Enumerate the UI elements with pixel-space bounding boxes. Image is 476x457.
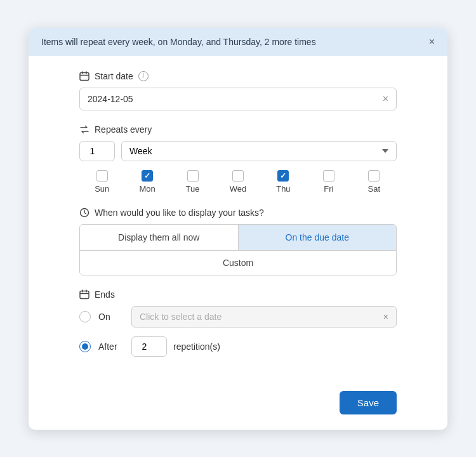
ends-after-radio[interactable] (79, 341, 91, 352)
day-sun: Sun (79, 170, 124, 194)
day-fri: Fri (306, 170, 351, 194)
day-thu-label: Thu (276, 184, 290, 194)
day-tue: Tue (170, 170, 215, 194)
svg-rect-0 (80, 72, 89, 80)
day-mon-checkbox[interactable] (142, 170, 153, 182)
info-icon: i (138, 71, 149, 81)
modal-footer: Save (29, 388, 447, 430)
repeat-controls: Week Day Month Year (79, 141, 397, 161)
ends-on-label: On (98, 312, 124, 322)
start-date-section: Start date i 2024-12-05 × (79, 71, 397, 110)
svg-rect-2 (80, 291, 89, 298)
period-select[interactable]: Week Day Month Year (121, 141, 397, 161)
ends-on-date-select[interactable]: Click to select a date × (131, 306, 397, 328)
days-row: Sun Mon Tue Wed Thu (79, 170, 397, 194)
start-date-label: Start date (95, 71, 133, 81)
repeat-icon (79, 124, 89, 135)
repeats-section: Repeats every Week Day Month Year Sun (79, 124, 397, 194)
repeats-label: Repeats every (95, 124, 152, 135)
start-date-label-row: Start date i (79, 71, 397, 81)
day-wed-checkbox[interactable] (232, 170, 244, 182)
clock-icon (79, 208, 89, 218)
banner-close-button[interactable]: × (429, 37, 435, 47)
ends-after-option: After repetition(s) (79, 336, 397, 357)
ends-section: Ends On Click to select a date × After (79, 289, 397, 357)
day-thu: Thu (261, 170, 306, 194)
display-section: When would you like to display your task… (79, 208, 397, 275)
start-date-input-row: 2024-12-05 × (79, 88, 397, 110)
day-wed: Wed (215, 170, 260, 194)
day-fri-label: Fri (324, 184, 333, 194)
start-date-value: 2024-12-05 (88, 94, 383, 104)
day-tue-checkbox[interactable] (187, 170, 199, 182)
banner-text: Items will repeat every week, on Monday,… (41, 37, 316, 47)
day-sun-label: Sun (95, 184, 109, 194)
ends-on-radio[interactable] (79, 311, 91, 322)
display-top-row: Display them all now On the due date (80, 225, 396, 250)
day-sun-checkbox[interactable] (96, 170, 108, 182)
display-custom-button[interactable]: Custom (80, 250, 396, 275)
display-options: Display them all now On the due date Cus… (79, 224, 397, 275)
display-question: When would you like to display your task… (95, 208, 264, 218)
day-sat: Sat (352, 170, 397, 194)
calendar-icon (79, 71, 89, 81)
day-wed-label: Wed (230, 184, 247, 194)
day-mon-label: Mon (139, 184, 155, 194)
ends-options: On Click to select a date × After repeti… (79, 306, 397, 357)
ends-on-option: On Click to select a date × (79, 306, 397, 328)
day-fri-checkbox[interactable] (323, 170, 334, 182)
display-question-row: When would you like to display your task… (79, 208, 397, 218)
after-row: repetition(s) (131, 336, 220, 357)
display-now-button[interactable]: Display them all now (80, 225, 239, 250)
modal-container: Items will repeat every week, on Monday,… (29, 28, 447, 430)
repeat-number-input[interactable] (79, 141, 115, 161)
save-button[interactable]: Save (340, 391, 397, 414)
day-thu-checkbox[interactable] (277, 170, 289, 182)
ends-label: Ends (95, 289, 115, 300)
display-due-button[interactable]: On the due date (239, 225, 397, 250)
start-date-clear-button[interactable]: × (383, 93, 388, 105)
ends-label-row: Ends (79, 289, 397, 300)
ends-after-label: After (98, 341, 124, 352)
day-mon: Mon (124, 170, 169, 194)
banner: Items will repeat every week, on Monday,… (29, 28, 447, 56)
ends-on-placeholder: Click to select a date (140, 312, 221, 322)
ends-on-clear[interactable]: × (383, 312, 388, 322)
modal-content: Start date i 2024-12-05 × Repeats every … (29, 56, 447, 388)
repetitions-label: repetition(s) (173, 341, 220, 352)
day-tue-label: Tue (186, 184, 200, 194)
repeats-label-row: Repeats every (79, 124, 397, 135)
repetitions-input[interactable] (131, 336, 167, 357)
day-sat-checkbox[interactable] (368, 170, 380, 182)
ends-calendar-icon (79, 289, 89, 300)
day-sat-label: Sat (367, 184, 380, 194)
